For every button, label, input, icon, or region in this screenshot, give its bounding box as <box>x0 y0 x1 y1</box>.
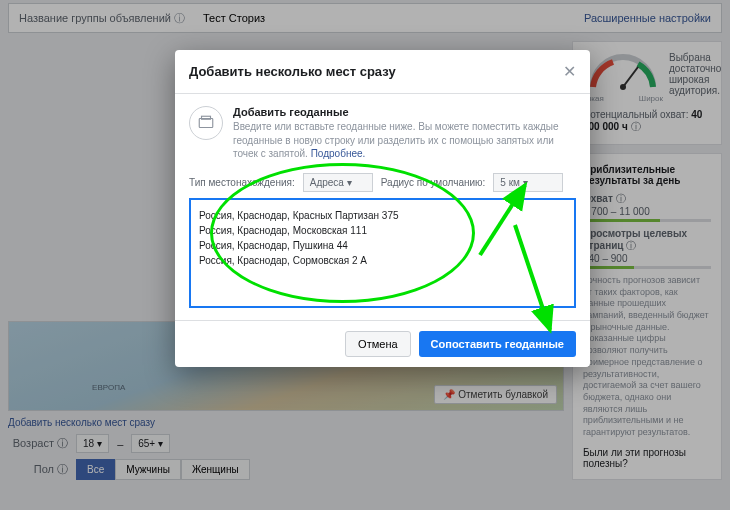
radius-select[interactable]: 5 км ▾ <box>493 173 563 192</box>
addresses-textarea[interactable]: Россия, Краснодар, Красных Партизан 375Р… <box>189 198 576 308</box>
address-line: Россия, Краснодар, Красных Партизан 375 <box>199 208 566 223</box>
cancel-button[interactable]: Отмена <box>345 331 410 357</box>
learn-more-link[interactable]: Подробнее. <box>311 148 366 159</box>
location-type-select[interactable]: Адреса ▾ <box>303 173 373 192</box>
address-line: Россия, Краснодар, Пушкина 44 <box>199 238 566 253</box>
close-icon[interactable]: ✕ <box>563 62 576 81</box>
svg-rect-2 <box>199 119 213 128</box>
geodata-title: Добавить геоданные <box>233 106 576 118</box>
address-line: Россия, Краснодар, Московская 111 <box>199 223 566 238</box>
add-locations-modal: Добавить несколько мест сразу ✕ Добавить… <box>175 50 590 367</box>
svg-rect-3 <box>202 116 211 119</box>
radius-label: Радиус по умолчанию: <box>381 177 486 188</box>
match-geodata-button[interactable]: Сопоставить геоданные <box>419 331 576 357</box>
location-type-label: Тип местонахождения: <box>189 177 295 188</box>
modal-title: Добавить несколько мест сразу <box>189 64 396 79</box>
address-line: Россия, Краснодар, Сормовская 2 А <box>199 253 566 268</box>
geodata-icon <box>189 106 223 140</box>
geodata-desc: Введите или вставьте геоданные ниже. Вы … <box>233 120 576 161</box>
